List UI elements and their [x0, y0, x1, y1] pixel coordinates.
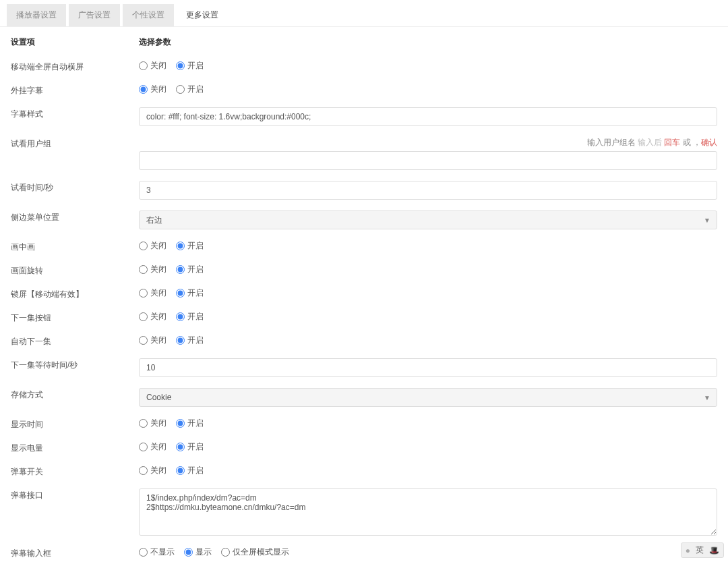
ime-dot-icon: ●	[686, 546, 690, 555]
next-wait-input[interactable]	[139, 358, 717, 377]
header-label: 设置项	[11, 36, 139, 48]
table-header: 设置项 选择参数	[11, 36, 717, 55]
next-btn-off[interactable]: 关闭	[139, 311, 166, 322]
danmu-switch-on[interactable]: 开启	[176, 465, 204, 476]
auto-next-on[interactable]: 开启	[176, 335, 204, 346]
label-trial-time: 试看时间/秒	[11, 181, 139, 194]
next-btn-on[interactable]: 开启	[176, 311, 204, 322]
label-show-time: 显示时间	[11, 418, 139, 430]
label-sidebar-pos: 侧边菜单位置	[11, 210, 139, 223]
trial-group-input[interactable]	[139, 151, 717, 170]
mobile-fullscreen-off[interactable]: 关闭	[139, 60, 166, 72]
danmu-api-input[interactable]	[139, 488, 717, 536]
danmu-switch-off[interactable]: 关闭	[139, 465, 166, 476]
storage-select[interactable]: Cookie	[139, 388, 717, 407]
ime-lang: 英	[696, 544, 704, 556]
trial-time-input[interactable]	[139, 181, 717, 200]
label-danmu-api: 弹幕接口	[11, 488, 139, 501]
label-danmu-switch: 弹幕开关	[11, 465, 139, 478]
tab-player-settings[interactable]: 播放器设置	[7, 4, 66, 26]
pip-off[interactable]: 关闭	[139, 240, 166, 252]
rotate-on[interactable]: 开启	[176, 264, 204, 275]
label-lock: 锁屏【移动端有效】	[11, 287, 139, 300]
auto-next-off[interactable]: 关闭	[139, 335, 166, 346]
label-trial-group: 试看用户组	[11, 137, 139, 150]
label-next-btn: 下一集按钮	[11, 311, 139, 324]
header-param: 选择参数	[139, 36, 717, 48]
ime-hat-icon: 🎩	[709, 546, 719, 555]
label-auto-next: 自动下一集	[11, 335, 139, 347]
ext-subtitle-on[interactable]: 开启	[176, 84, 204, 95]
show-battery-off[interactable]: 关闭	[139, 441, 166, 453]
label-mobile-fullscreen: 移动端全屏自动横屏	[11, 60, 139, 73]
ext-subtitle-off[interactable]: 关闭	[139, 84, 166, 95]
settings-form: 设置项 选择参数 移动端全屏自动横屏 关闭 开启 外挂字幕 关闭 开启 字幕样式…	[0, 27, 728, 562]
show-battery-on[interactable]: 开启	[176, 441, 204, 453]
ime-indicator[interactable]: ● 英 🎩	[681, 542, 724, 558]
rotate-off[interactable]: 关闭	[139, 264, 166, 275]
tab-more-settings[interactable]: 更多设置	[177, 4, 228, 26]
label-storage: 存储方式	[11, 388, 139, 401]
subtitle-style-input[interactable]	[139, 107, 717, 126]
label-danmu-input: 弹幕输入框	[11, 546, 139, 559]
lock-on[interactable]: 开启	[176, 287, 204, 299]
lock-off[interactable]: 关闭	[139, 287, 166, 299]
danmu-input-show[interactable]: 显示	[184, 546, 212, 558]
sidebar-pos-select[interactable]: 右边	[139, 210, 717, 229]
label-subtitle-style: 字幕样式	[11, 107, 139, 120]
label-rotate: 画面旋转	[11, 264, 139, 277]
trial-group-helper: 输入用户组名 输入后 回车 或 ，确认	[139, 137, 717, 148]
label-show-battery: 显示电量	[11, 441, 139, 454]
label-pip: 画中画	[11, 240, 139, 253]
label-ext-subtitle: 外挂字幕	[11, 84, 139, 96]
danmu-input-hide[interactable]: 不显示	[139, 546, 175, 558]
tab-ad-settings[interactable]: 广告设置	[69, 4, 120, 26]
pip-on[interactable]: 开启	[176, 240, 204, 252]
tab-bar: 播放器设置 广告设置 个性设置 更多设置	[0, 0, 728, 27]
mobile-fullscreen-on[interactable]: 开启	[176, 60, 204, 72]
label-next-wait: 下一集等待时间/秒	[11, 358, 139, 371]
danmu-input-fullscreen[interactable]: 仅全屏模式显示	[221, 546, 289, 558]
show-time-off[interactable]: 关闭	[139, 418, 166, 429]
tab-personal-settings[interactable]: 个性设置	[123, 4, 174, 26]
show-time-on[interactable]: 开启	[176, 418, 204, 429]
